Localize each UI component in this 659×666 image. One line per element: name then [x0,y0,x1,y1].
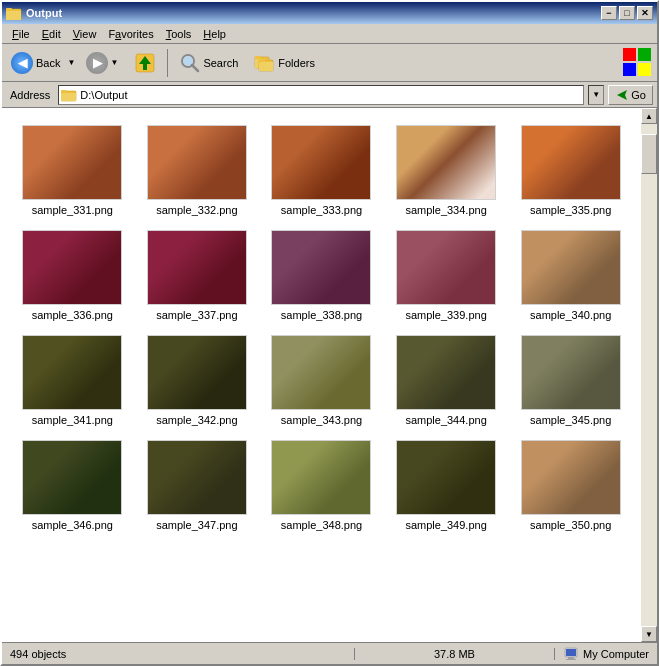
svg-line-8 [192,65,198,71]
svg-marker-22 [617,90,627,100]
list-item[interactable]: sample_337.png [135,221,260,326]
forward-icon: ▶ [86,52,108,74]
menu-file[interactable]: File [6,26,36,42]
list-item[interactable]: sample_332.png [135,116,260,221]
list-item[interactable]: sample_344.png [384,326,509,431]
menu-favorites[interactable]: Favorites [102,26,159,42]
scroll-up-button[interactable]: ▲ [641,108,657,124]
file-thumbnail [22,230,122,305]
list-item[interactable]: sample_348.png [259,431,384,536]
address-input-wrap[interactable]: D:\Output [58,85,584,105]
list-item[interactable]: sample_340.png [508,221,633,326]
file-name: sample_332.png [156,204,237,216]
list-item[interactable]: sample_347.png [135,431,260,536]
file-thumbnail [147,335,247,410]
list-item[interactable]: sample_342.png [135,326,260,431]
list-item[interactable]: sample_335.png [508,116,633,221]
back-label: Back [36,57,60,69]
search-button[interactable]: Search [172,48,245,78]
file-thumbnail [147,230,247,305]
svg-rect-20 [61,93,76,101]
search-label: Search [203,57,238,69]
list-item[interactable]: sample_338.png [259,221,384,326]
file-thumbnail [22,335,122,410]
svg-rect-11 [255,56,261,59]
status-bar: 494 objects 37.8 MB My Computer [2,642,657,664]
address-dropdown[interactable]: ▼ [588,85,604,105]
file-name: sample_333.png [281,204,362,216]
go-icon [615,88,629,102]
back-dropdown[interactable]: ▼ [65,48,77,78]
file-name: sample_334.png [405,204,486,216]
svg-rect-25 [568,657,574,659]
window: Output − □ ✕ File Edit View Favorites To… [0,0,659,666]
list-item[interactable]: sample_341.png [10,326,135,431]
list-item[interactable]: sample_349.png [384,431,509,536]
file-name: sample_350.png [530,519,611,531]
file-name: sample_337.png [156,309,237,321]
file-thumbnail [147,440,247,515]
minimize-button[interactable]: − [601,6,617,20]
go-button[interactable]: Go [608,85,653,105]
back-button[interactable]: ◀ Back [6,48,65,78]
file-thumbnail [396,440,496,515]
scroll-thumb[interactable] [641,134,657,174]
address-bar: Address D:\Output ▼ Go [2,82,657,108]
list-item[interactable]: sample_334.png [384,116,509,221]
content-area: sample_331.pngsample_332.pngsample_333.p… [2,108,657,642]
forward-button[interactable]: ▶ ▼ [79,48,125,78]
file-name: sample_344.png [405,414,486,426]
file-thumbnail [271,335,371,410]
file-name: sample_347.png [156,519,237,531]
folders-button[interactable]: Folders [247,48,322,78]
file-thumbnail [396,125,496,200]
forward-dropdown: ▼ [110,58,118,67]
file-name: sample_336.png [32,309,113,321]
menu-help[interactable]: Help [197,26,232,42]
toolbar: ◀ Back ▼ ▶ ▼ [2,44,657,82]
scroll-track[interactable] [641,124,657,626]
list-item[interactable]: sample_350.png [508,431,633,536]
svg-rect-17 [623,63,636,76]
svg-rect-15 [623,48,636,61]
address-label: Address [6,87,54,103]
menu-view[interactable]: View [67,26,103,42]
status-file-size: 37.8 MB [355,648,555,660]
svg-rect-14 [259,59,265,62]
file-name: sample_331.png [32,204,113,216]
svg-rect-3 [6,8,12,11]
list-item[interactable]: sample_343.png [259,326,384,431]
file-name: sample_340.png [530,309,611,321]
close-button[interactable]: ✕ [637,6,653,20]
search-icon [179,52,201,74]
separator-1 [167,49,168,77]
file-name: sample_341.png [32,414,113,426]
file-name: sample_339.png [405,309,486,321]
file-name: sample_338.png [281,309,362,321]
menu-bar: File Edit View Favorites Tools Help [2,24,657,44]
svg-rect-24 [566,649,576,656]
file-thumbnail [396,230,496,305]
address-path: D:\Output [80,89,581,101]
file-thumbnail [147,125,247,200]
scroll-down-button[interactable]: ▼ [641,626,657,642]
svg-rect-18 [638,63,651,76]
back-button-group: ◀ Back ▼ [6,48,77,78]
list-item[interactable]: sample_333.png [259,116,384,221]
menu-edit[interactable]: Edit [36,26,67,42]
list-item[interactable]: sample_331.png [10,116,135,221]
menu-tools[interactable]: Tools [160,26,198,42]
list-item[interactable]: sample_345.png [508,326,633,431]
maximize-button[interactable]: □ [619,6,635,20]
file-name: sample_349.png [405,519,486,531]
up-button[interactable] [127,48,163,78]
title-bar: Output − □ ✕ [2,2,657,24]
folders-label: Folders [278,57,315,69]
list-item[interactable]: sample_339.png [384,221,509,326]
list-item[interactable]: sample_346.png [10,431,135,536]
file-thumbnail [22,125,122,200]
status-object-count: 494 objects [2,648,355,660]
list-item[interactable]: sample_336.png [10,221,135,326]
file-grid: sample_331.pngsample_332.pngsample_333.p… [2,108,641,642]
svg-rect-16 [638,48,651,61]
